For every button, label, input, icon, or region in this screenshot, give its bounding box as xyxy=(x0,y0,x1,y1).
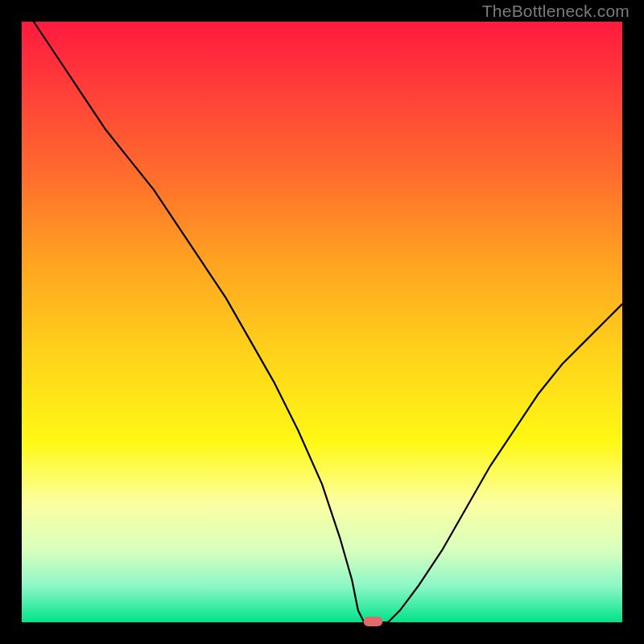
watermark-text: TheBottleneck.com xyxy=(482,2,630,21)
chart-frame: TheBottleneck.com xyxy=(0,0,644,644)
optimal-marker xyxy=(363,617,382,626)
bottleneck-chart xyxy=(0,0,644,644)
plot-background xyxy=(22,22,622,622)
